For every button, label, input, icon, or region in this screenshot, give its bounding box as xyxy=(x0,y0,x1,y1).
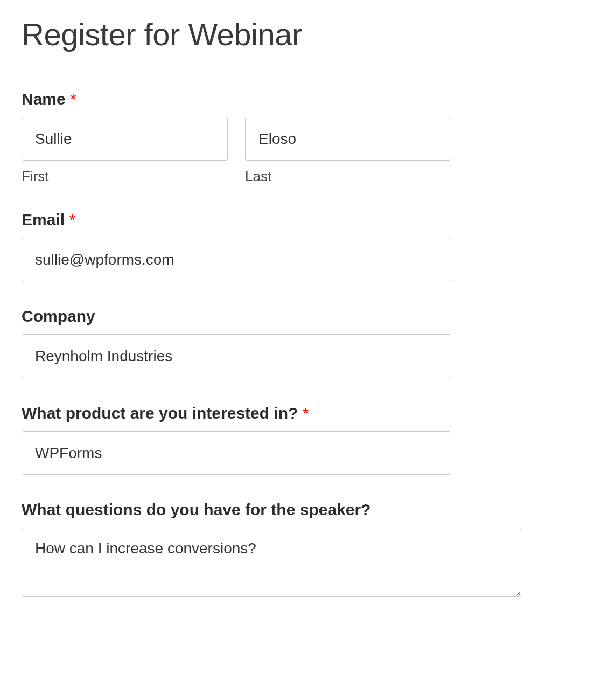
field-name: Name * First Last xyxy=(22,90,579,185)
last-name-sublabel: Last xyxy=(245,168,451,185)
company-label: Company xyxy=(22,307,579,325)
email-label-text: Email xyxy=(22,211,69,228)
field-company: Company xyxy=(22,307,579,378)
field-email: Email * xyxy=(22,211,579,281)
field-product: What product are you interested in? * xyxy=(22,404,579,475)
company-label-text: Company xyxy=(22,307,95,325)
form-title: Register for Webinar xyxy=(22,16,579,52)
name-label: Name * xyxy=(22,90,579,108)
product-label-text: What product are you interested in? xyxy=(22,404,303,422)
questions-label: What questions do you have for the speak… xyxy=(22,501,579,519)
last-name-col: Last xyxy=(245,117,451,185)
first-name-col: First xyxy=(22,117,228,185)
email-label: Email * xyxy=(22,211,579,229)
field-questions: What questions do you have for the speak… xyxy=(22,501,579,599)
required-mark-icon: * xyxy=(70,90,76,108)
first-name-input[interactable] xyxy=(22,117,228,161)
last-name-input[interactable] xyxy=(245,117,451,161)
email-input[interactable] xyxy=(22,238,451,281)
name-label-text: Name xyxy=(22,90,70,108)
product-input[interactable] xyxy=(22,431,451,475)
name-row: First Last xyxy=(22,117,451,185)
product-label: What product are you interested in? * xyxy=(22,404,579,422)
company-input[interactable] xyxy=(22,334,451,378)
questions-label-text: What questions do you have for the speak… xyxy=(22,501,371,518)
required-mark-icon: * xyxy=(69,211,75,228)
questions-textarea[interactable] xyxy=(22,528,521,597)
first-name-sublabel: First xyxy=(22,168,228,185)
required-mark-icon: * xyxy=(303,404,309,422)
